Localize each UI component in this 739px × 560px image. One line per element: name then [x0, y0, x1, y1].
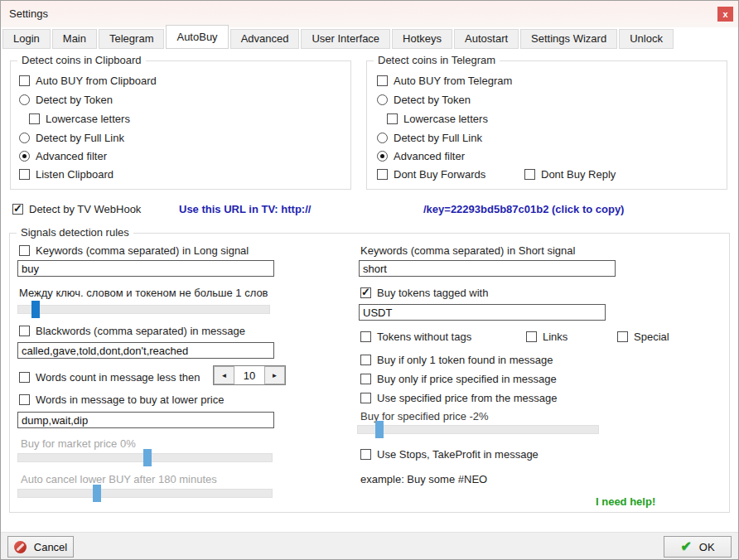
- checkbox-icon: [19, 372, 30, 383]
- words-count-checkbox[interactable]: Words count in message less then: [19, 370, 200, 384]
- clipboard-advanced-filter-radio[interactable]: Advanced filter: [19, 149, 107, 162]
- stepper-increase-button[interactable]: ►: [264, 366, 285, 384]
- use-specified-price-checkbox[interactable]: Use specified price from the message: [360, 391, 557, 404]
- tab-main[interactable]: Main: [52, 29, 97, 49]
- webhook-key-copy-link[interactable]: /key=22293bd5b87c01b2 (click to copy): [423, 203, 624, 215]
- market-price-slider[interactable]: [17, 453, 273, 462]
- links-label: Links: [543, 331, 568, 343]
- radio-icon: [19, 133, 30, 143]
- cancel-button-label: Cancel: [34, 541, 67, 553]
- between-words-slider[interactable]: [17, 305, 270, 314]
- webhook-url-prefix: Use this URL in TV: http://: [179, 203, 311, 215]
- checkbox-icon: [387, 113, 398, 124]
- buy-tagged-label: Buy tokens tagged with: [377, 287, 488, 299]
- checkbox-icon: [526, 331, 537, 342]
- short-keywords-label: Keywords (comma separated) in Short sign…: [360, 244, 575, 257]
- short-keywords-input[interactable]: [359, 260, 616, 277]
- ok-check-icon: ✔: [680, 540, 691, 553]
- clipboard-group-title: Detect coins in Clipboard: [17, 54, 146, 66]
- auto-buy-telegram-label: Auto BUY from Telegram: [394, 75, 512, 87]
- close-button[interactable]: x: [717, 7, 733, 22]
- price-specified-label: Buy only if price specified in message: [377, 373, 557, 385]
- telegram-full-link-radio[interactable]: Detect by Full Link: [377, 131, 482, 144]
- telegram-group-title: Detect coins in Telegram: [374, 54, 500, 66]
- special-label: Special: [634, 331, 669, 343]
- telegram-detect-token-radio[interactable]: Detect by Token: [377, 93, 471, 106]
- slider-thumb[interactable]: [143, 449, 152, 466]
- use-specified-price-label: Use specified price from the message: [377, 392, 557, 404]
- checkbox-icon: [360, 355, 371, 365]
- checkbox-icon: [377, 75, 388, 86]
- ok-button[interactable]: ✔ OK: [664, 536, 732, 558]
- telegram-lowercase-label: Lowercase letters: [403, 113, 488, 125]
- lower-price-words-label: Words in message to buy at lower price: [36, 393, 224, 406]
- tab-hotkeys[interactable]: Hotkeys: [392, 29, 452, 49]
- buy-tagged-checkbox[interactable]: Buy tokens tagged with: [360, 286, 488, 299]
- links-checkbox[interactable]: Links: [526, 330, 568, 343]
- dont-buy-forwards-checkbox[interactable]: Dont Buy Forwards: [377, 167, 485, 181]
- use-stops-label: Use Stops, TakeProfit in message: [377, 448, 539, 461]
- clipboard-advanced-filter-label: Advanced filter: [36, 150, 107, 162]
- checkbox-icon: [19, 169, 30, 180]
- tab-advanced[interactable]: Advanced: [230, 29, 300, 49]
- dont-buy-reply-label: Dont Buy Reply: [541, 168, 616, 181]
- specified-price-slider[interactable]: [357, 425, 599, 434]
- checkbox-icon: [19, 394, 30, 405]
- long-keywords-label: Keywords (comma separated) in Long signa…: [36, 244, 249, 257]
- one-token-checkbox[interactable]: Buy if only 1 token found in message: [360, 353, 553, 366]
- arrow-right-icon: ►: [272, 372, 278, 379]
- stepper-decrease-button[interactable]: ◄: [214, 366, 234, 384]
- tab-strip: Login Main Telegram AutoBuy Advanced Use…: [2, 27, 675, 49]
- tv-webhook-checkbox[interactable]: Detect by TV WebHook: [12, 202, 141, 215]
- tab-login[interactable]: Login: [2, 29, 51, 49]
- dont-buy-reply-checkbox[interactable]: Dont Buy Reply: [524, 167, 616, 181]
- cancel-button[interactable]: Cancel: [7, 536, 74, 558]
- words-count-stepper: ◄ 10 ►: [213, 365, 286, 385]
- tab-settings-wizard[interactable]: Settings Wizard: [520, 29, 617, 49]
- window-title: Settings: [9, 7, 48, 20]
- tab-autostart[interactable]: Autostart: [454, 29, 519, 49]
- long-keywords-checkbox[interactable]: Keywords (comma separated) in Long signa…: [19, 244, 249, 257]
- checkbox-icon: [19, 245, 30, 256]
- checkbox-icon: [29, 113, 40, 124]
- checkbox-icon: [617, 331, 628, 342]
- blackwords-input[interactable]: [17, 342, 274, 359]
- dont-buy-forwards-label: Dont Buy Forwards: [394, 168, 485, 181]
- listen-clipboard-label: Listen Clipboard: [36, 168, 114, 181]
- clipboard-full-link-radio[interactable]: Detect by Full Link: [19, 131, 124, 144]
- tab-user-interface[interactable]: User Interface: [301, 29, 390, 49]
- auto-cancel-slider[interactable]: [17, 489, 273, 498]
- words-count-label: Words count in message less then: [36, 371, 200, 384]
- title-bar: Settings x: [1, 1, 738, 27]
- auto-buy-clipboard-checkbox[interactable]: Auto BUY from Clipboard: [19, 74, 157, 87]
- blackwords-checkbox[interactable]: Blackwords (comma separated) in message: [19, 324, 245, 337]
- checkbox-icon: [19, 75, 30, 86]
- one-token-label: Buy if only 1 token found in message: [377, 354, 553, 366]
- long-keywords-input[interactable]: [17, 260, 274, 277]
- need-help-link[interactable]: I need help!: [596, 495, 655, 508]
- radio-icon: [19, 151, 30, 162]
- tagged-with-input[interactable]: [359, 304, 606, 321]
- slider-thumb[interactable]: [375, 421, 384, 438]
- checkbox-icon: [360, 331, 371, 342]
- price-specified-checkbox[interactable]: Buy only if price specified in message: [360, 372, 557, 385]
- slider-thumb[interactable]: [31, 301, 40, 318]
- clipboard-lowercase-checkbox[interactable]: Lowercase letters: [29, 112, 130, 125]
- clipboard-detect-token-radio[interactable]: Detect by Token: [19, 93, 113, 106]
- listen-clipboard-checkbox[interactable]: Listen Clipboard: [19, 167, 114, 181]
- auto-buy-telegram-checkbox[interactable]: Auto BUY from Telegram: [377, 74, 512, 87]
- use-stops-checkbox[interactable]: Use Stops, TakeProfit in message: [360, 447, 539, 461]
- telegram-lowercase-checkbox[interactable]: Lowercase letters: [387, 112, 488, 125]
- tokens-without-tags-checkbox[interactable]: Tokens without tags: [360, 330, 471, 343]
- radio-icon: [377, 151, 388, 162]
- lower-price-words-checkbox[interactable]: Words in message to buy at lower price: [19, 393, 224, 406]
- slider-thumb[interactable]: [93, 485, 101, 502]
- tab-telegram[interactable]: Telegram: [99, 29, 164, 49]
- special-checkbox[interactable]: Special: [617, 330, 669, 343]
- radio-icon: [377, 133, 388, 143]
- close-icon: x: [722, 9, 727, 19]
- tab-autobuy[interactable]: AutoBuy: [166, 25, 228, 49]
- telegram-advanced-filter-radio[interactable]: Advanced filter: [377, 149, 465, 162]
- tab-unlock[interactable]: Unlock: [619, 29, 674, 49]
- lower-price-words-input[interactable]: [17, 412, 274, 428]
